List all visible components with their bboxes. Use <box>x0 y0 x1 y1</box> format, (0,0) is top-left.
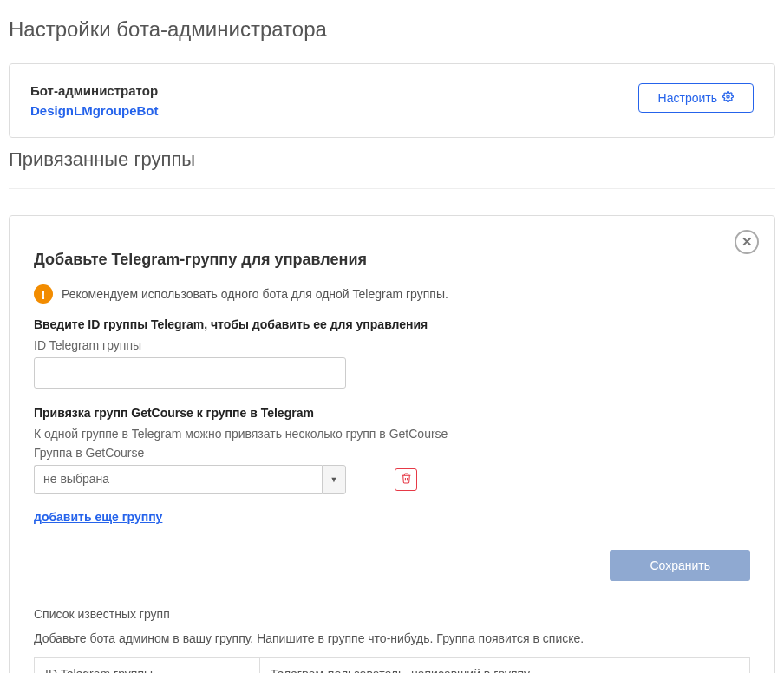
add-group-box: ✕ Добавьте Telegram-группу для управлени… <box>9 215 775 673</box>
bot-admin-label: Бот-администратор <box>30 83 159 98</box>
binding-hint: К одной группе в Telegram можно привязат… <box>34 427 750 441</box>
id-field-label: ID Telegram группы <box>34 338 750 352</box>
known-groups-help: Добавьте бота админом в вашу группу. Нап… <box>34 631 750 645</box>
chevron-down-icon[interactable]: ▼ <box>322 465 346 494</box>
close-icon: ✕ <box>742 234 753 250</box>
svg-point-0 <box>727 95 729 98</box>
table-header-id: ID Telegram группы <box>35 658 260 674</box>
save-button[interactable]: Сохранить <box>610 550 750 581</box>
gc-group-select-value: не выбрана <box>34 465 322 494</box>
telegram-group-id-input[interactable] <box>34 357 346 389</box>
save-row: Сохранить <box>34 550 750 581</box>
table-header-user: Телеграм-пользователь, написавший в груп… <box>259 658 749 674</box>
delete-group-button[interactable] <box>395 468 417 491</box>
bot-admin-info: Бот-администратор DesignLMgroupeBot <box>30 83 159 118</box>
known-groups-table: ID Telegram группы Телеграм-пользователь… <box>34 657 750 673</box>
add-group-title: Добавьте Telegram-группу для управления <box>34 251 750 269</box>
gc-group-label: Группа в GetCourse <box>34 446 750 460</box>
divider <box>9 188 775 189</box>
known-groups-title: Список известных групп <box>34 607 750 621</box>
configure-button[interactable]: Настроить <box>638 83 754 113</box>
add-more-group-link[interactable]: добавить еще группу <box>34 510 162 524</box>
linked-groups-title: Привязанные группы <box>9 148 775 171</box>
configure-button-label: Настроить <box>658 91 717 105</box>
bot-admin-box: Бот-администратор DesignLMgroupeBot Наст… <box>9 63 775 138</box>
page-title: Настройки бота-администратора <box>9 17 775 42</box>
select-row: не выбрана ▼ <box>34 465 750 494</box>
enter-id-label: Введите ID группы Telegram, чтобы добави… <box>34 317 750 331</box>
trash-icon <box>401 473 412 487</box>
binding-label: Привязка групп GetCourse к группе в Tele… <box>34 406 750 420</box>
close-button[interactable]: ✕ <box>735 230 759 254</box>
info-text: Рекомендуем использовать одного бота для… <box>62 287 448 301</box>
info-row: ! Рекомендуем использовать одного бота д… <box>34 284 750 304</box>
gear-icon <box>722 91 734 105</box>
info-icon: ! <box>34 284 53 304</box>
bot-admin-name[interactable]: DesignLMgroupeBot <box>30 103 159 118</box>
gc-group-select[interactable]: не выбрана ▼ <box>34 465 346 494</box>
